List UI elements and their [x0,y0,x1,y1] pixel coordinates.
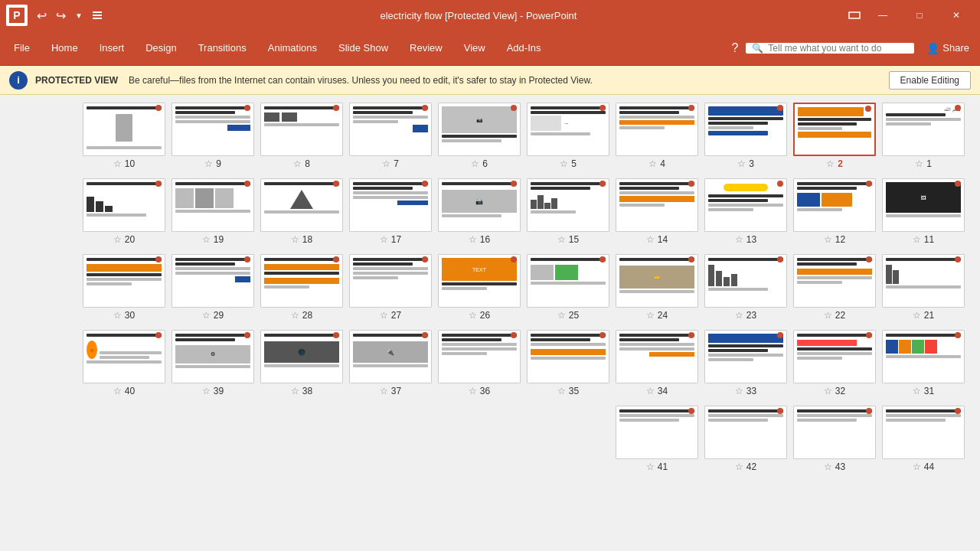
star-icon-17[interactable]: ☆ [380,234,388,245]
star-icon-11[interactable]: ☆ [913,234,921,245]
redo-button[interactable]: ↪ [53,7,69,24]
search-box[interactable]: 🔍 [746,43,914,54]
slide-thumb-4[interactable] [616,103,698,156]
slide-thumb-38[interactable]: 🌑 [260,330,343,383]
slide-item-28[interactable]: ☆ 28 [260,254,343,321]
star-icon-6[interactable]: ☆ [471,158,479,169]
star-icon-38[interactable]: ☆ [291,386,299,396]
slide-item-11[interactable]: 🖼 ☆ 11 [882,178,965,245]
star-icon-29[interactable]: ☆ [202,310,211,321]
slide-thumb-17[interactable] [349,178,432,232]
star-icon-37[interactable]: ☆ [380,386,388,396]
tab-home[interactable]: Home [41,31,89,65]
star-icon-34[interactable]: ☆ [646,386,655,396]
undo-button[interactable]: ↩ [34,7,50,24]
slide-item-36[interactable]: ☆ 36 [438,330,521,396]
maximize-button[interactable]: □ [902,4,937,27]
slide-thumb-7[interactable] [349,103,432,156]
star-icon-1[interactable]: ☆ [915,158,923,169]
slide-item-16[interactable]: 📷 ☆ 16 [438,178,521,245]
slide-thumb-3[interactable] [704,103,787,156]
slide-item-34[interactable]: ☆ 34 [616,330,698,396]
slide-item-12[interactable]: ☆ 12 [793,178,876,245]
star-icon-30[interactable]: ☆ [113,310,122,321]
star-icon-2[interactable]: ☆ [826,158,835,169]
star-icon-14[interactable]: ☆ [646,234,655,245]
slide-thumb-39[interactable]: ⚙ [172,330,254,383]
star-icon-9[interactable]: ☆ [204,158,213,169]
star-icon-20[interactable]: ☆ [113,234,122,245]
slide-thumb-16[interactable]: 📷 [438,178,521,232]
slide-item-19[interactable]: ☆ 19 [172,178,254,245]
star-icon-21[interactable]: ☆ [913,310,921,321]
star-icon-13[interactable]: ☆ [735,234,743,245]
tab-review[interactable]: Review [399,31,453,65]
slide-thumb-35[interactable] [527,330,609,383]
slide-thumb-6[interactable]: 📷 [438,103,521,156]
slide-thumb-30[interactable] [83,254,165,308]
customize-qat-button[interactable] [89,8,106,22]
slide-thumb-2[interactable] [793,103,876,156]
tab-file[interactable]: File [3,31,41,65]
slide-item-29[interactable]: ☆ 29 [172,254,254,321]
slide-thumb-32[interactable] [793,330,876,383]
star-icon-44[interactable]: ☆ [913,461,921,472]
star-icon-28[interactable]: ☆ [291,310,299,321]
slide-thumb-20[interactable] [83,178,165,232]
slide-item-4[interactable]: ☆ 4 [616,103,698,169]
slide-item-26[interactable]: TEXT ☆ 26 [438,254,521,321]
slide-item-9[interactable]: ☆ 9 [172,103,254,169]
star-icon-7[interactable]: ☆ [382,158,390,169]
tab-design[interactable]: Design [135,31,187,65]
tab-transitions[interactable]: Transitions [188,31,257,65]
star-icon-18[interactable]: ☆ [291,234,299,245]
slide-thumb-40[interactable]: ○ [83,330,165,383]
slide-item-44[interactable]: ☆ 44 [882,406,965,472]
star-icon-42[interactable]: ☆ [735,461,743,472]
slide-item-1[interactable]: بسم الله ☆ 1 [882,103,965,169]
star-icon-27[interactable]: ☆ [380,310,388,321]
slide-item-14[interactable]: ☆ 14 [616,178,698,245]
star-icon-10[interactable]: ☆ [113,158,122,169]
star-icon-32[interactable]: ☆ [824,386,832,396]
slide-thumb-13[interactable] [704,178,787,232]
star-icon-35[interactable]: ☆ [557,386,566,396]
slide-thumb-14[interactable] [616,178,698,232]
star-icon-23[interactable]: ☆ [735,310,743,321]
star-icon-33[interactable]: ☆ [735,386,743,396]
star-icon-25[interactable]: ☆ [557,310,566,321]
slide-thumb-15[interactable] [527,178,609,232]
slide-thumb-8[interactable] [260,103,343,156]
star-icon-36[interactable]: ☆ [469,386,477,396]
slide-item-7[interactable]: ☆ 7 [349,103,432,169]
slide-item-41[interactable]: ☆ 41 [616,406,698,472]
slide-item-3[interactable]: ☆ 3 [704,103,787,169]
star-icon-16[interactable]: ☆ [469,234,477,245]
star-icon-43[interactable]: ☆ [824,461,832,472]
slide-thumb-24[interactable]: 👐 [616,254,698,308]
slide-item-33[interactable]: ☆ 33 [704,330,787,396]
star-icon-15[interactable]: ☆ [557,234,566,245]
slide-thumb-44[interactable] [882,406,965,459]
slide-thumb-19[interactable] [172,178,254,232]
slide-thumb-27[interactable] [349,254,432,308]
help-icon[interactable]: ? [728,41,741,55]
slide-item-32[interactable]: ☆ 32 [793,330,876,396]
search-input[interactable] [768,43,908,54]
tab-view[interactable]: View [453,31,496,65]
share-button[interactable]: 👤 Share [919,42,977,54]
tab-addins[interactable]: Add-Ins [496,31,552,65]
slide-item-25[interactable]: ☆ 25 [527,254,609,321]
slide-thumb-11[interactable]: 🖼 [882,178,965,232]
tab-animations[interactable]: Animations [257,31,328,65]
slide-thumb-25[interactable] [527,254,609,308]
slide-item-42[interactable]: ☆ 42 [704,406,787,472]
slide-thumb-22[interactable] [793,254,876,308]
slide-thumb-26[interactable]: TEXT [438,254,521,308]
slide-item-21[interactable]: ☆ 21 [882,254,965,321]
enable-editing-button[interactable]: Enable Editing [889,71,971,90]
slide-thumb-41[interactable] [616,406,698,459]
star-icon-3[interactable]: ☆ [737,158,746,169]
star-icon-26[interactable]: ☆ [469,310,477,321]
slide-item-2[interactable]: ☆ 2 [793,103,876,169]
